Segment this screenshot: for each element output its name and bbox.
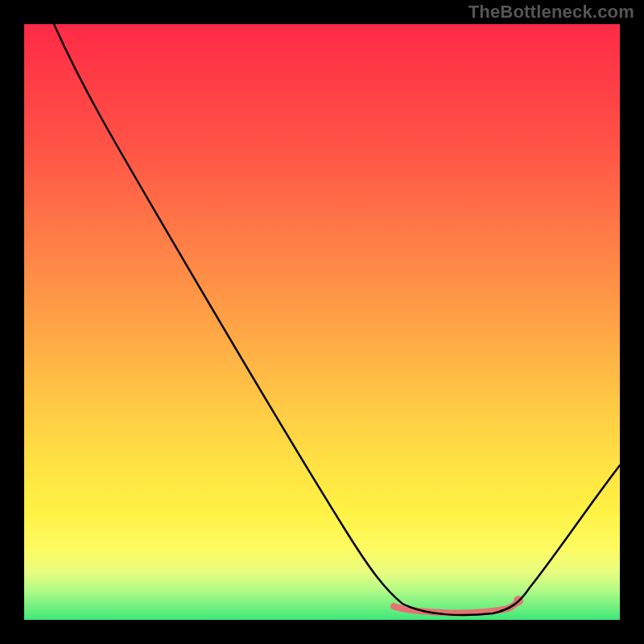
chart-frame: TheBottleneck.com bbox=[0, 0, 644, 644]
plot-area bbox=[24, 24, 620, 620]
curve-layer bbox=[24, 24, 620, 620]
bottleneck-curve bbox=[54, 24, 620, 615]
watermark-text: TheBottleneck.com bbox=[469, 2, 634, 23]
